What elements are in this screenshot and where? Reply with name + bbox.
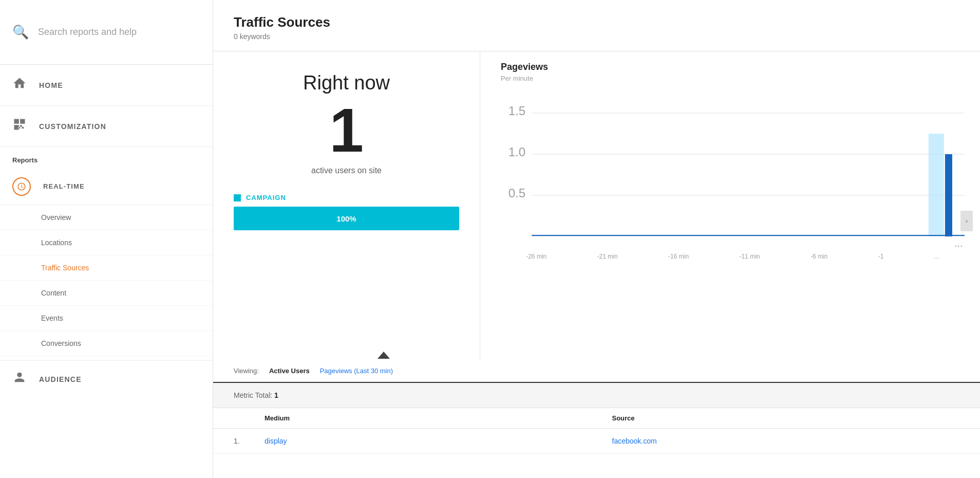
- col-number-header: [234, 414, 265, 422]
- sidebar: 🔍 Search reports and help HOME CUSTOMIZA…: [0, 0, 213, 478]
- campaign-percent: 100%: [336, 214, 356, 223]
- dashboard: Right now 1 active users on site CAMPAIG…: [213, 51, 980, 360]
- realtime-label: REAL-TIME: [43, 182, 85, 190]
- sidebar-subitem-traffic-sources[interactable]: Traffic Sources: [0, 255, 213, 281]
- main-header: Traffic Sources 0 keywords: [213, 0, 980, 51]
- expand-chart-button[interactable]: ›: [960, 211, 973, 231]
- tab-active-users[interactable]: Active Users: [269, 367, 310, 375]
- home-label: HOME: [39, 81, 63, 89]
- row-source-1[interactable]: facebook.com: [612, 437, 960, 445]
- customization-label: CUSTOMIZATION: [39, 122, 106, 131]
- svg-text:1.0: 1.0: [508, 145, 525, 159]
- sidebar-item-audience[interactable]: AUDIENCE: [0, 360, 213, 397]
- sidebar-item-realtime[interactable]: REAL-TIME: [0, 168, 213, 205]
- chart-container: 1.5 1.0 0.5 ... ›: [501, 93, 965, 350]
- search-bar[interactable]: 🔍 Search reports and help: [0, 0, 213, 65]
- time-label-3: -16 min: [668, 253, 689, 260]
- audience-label: AUDIENCE: [39, 375, 82, 383]
- time-label-5: -6 min: [811, 253, 827, 260]
- campaign-label: CAMPAIGN: [246, 194, 286, 201]
- svg-text:...: ...: [954, 237, 963, 247]
- main-content: Traffic Sources 0 keywords Right now 1 a…: [213, 0, 980, 478]
- svg-text:0.5: 0.5: [508, 186, 525, 200]
- page-subtitle: 0 keywords: [234, 32, 959, 41]
- time-label-ellipsis: ...: [934, 253, 939, 260]
- active-users-label: active users on site: [311, 166, 382, 175]
- viewing-label: Viewing:: [234, 367, 259, 375]
- table-header: Medium Source: [213, 408, 980, 429]
- viewing-tabs: Viewing: Active Users Pageviews (Last 30…: [213, 360, 980, 383]
- page-title: Traffic Sources: [234, 14, 959, 30]
- sidebar-subitem-overview[interactable]: Overview: [0, 205, 213, 230]
- svg-rect-8: [945, 154, 952, 236]
- pageviews-title: Pageviews: [501, 62, 965, 72]
- time-label-4: -11 min: [739, 253, 760, 260]
- sidebar-subitem-events[interactable]: Events: [0, 306, 213, 331]
- sidebar-subitem-locations[interactable]: Locations: [0, 230, 213, 255]
- table-row: 1. display facebook.com: [213, 429, 980, 454]
- tab-pageviews[interactable]: Pageviews (Last 30 min): [320, 367, 393, 375]
- row-medium-1[interactable]: display: [265, 437, 612, 445]
- campaign-bar: 100%: [234, 207, 459, 230]
- col-medium-header: Medium: [265, 414, 612, 422]
- campaign-header: CAMPAIGN: [234, 194, 459, 201]
- metric-total-value: 1: [274, 391, 278, 399]
- time-label-2: -21 min: [597, 253, 618, 260]
- sidebar-item-customization[interactable]: CUSTOMIZATION: [0, 106, 213, 147]
- search-icon: 🔍: [12, 24, 29, 40]
- home-icon: [12, 76, 27, 94]
- pageviews-panel: Pageviews Per minute 1.5 1.0 0.5: [480, 51, 980, 360]
- metric-total-row: Metric Total: 1: [213, 383, 980, 408]
- tab-indicator: [378, 352, 390, 359]
- chevron-right-icon: ›: [966, 217, 968, 225]
- pageviews-chart: 1.5 1.0 0.5 ...: [501, 93, 965, 247]
- svg-rect-7: [929, 134, 944, 236]
- active-users-count: 1: [329, 99, 364, 161]
- customization-icon: [12, 117, 27, 135]
- metric-total-label: Metric Total:: [234, 391, 272, 399]
- svg-text:1.5: 1.5: [508, 104, 525, 118]
- active-users-panel: Right now 1 active users on site CAMPAIG…: [213, 51, 480, 360]
- col-source-header: Source: [612, 414, 960, 422]
- reports-section-label: Reports: [0, 147, 213, 168]
- time-label-1: -26 min: [526, 253, 546, 260]
- per-minute-label: Per minute: [501, 75, 965, 82]
- campaign-dot: [234, 194, 241, 201]
- row-number-1: 1.: [234, 437, 265, 445]
- realtime-icon: [12, 177, 31, 196]
- time-labels: -26 min -21 min -16 min -11 min -6 min -…: [501, 249, 965, 260]
- time-label-6: -1: [878, 253, 884, 260]
- sidebar-subitem-content[interactable]: Content: [0, 281, 213, 306]
- sidebar-item-home[interactable]: HOME: [0, 65, 213, 106]
- audience-icon: [12, 370, 27, 388]
- sidebar-subitem-conversions[interactable]: Conversions: [0, 331, 213, 356]
- data-table: Medium Source 1. display facebook.com: [213, 408, 980, 478]
- search-placeholder: Search reports and help: [38, 27, 137, 38]
- right-now-label: Right now: [303, 72, 390, 94]
- campaign-section: CAMPAIGN 100%: [234, 194, 459, 230]
